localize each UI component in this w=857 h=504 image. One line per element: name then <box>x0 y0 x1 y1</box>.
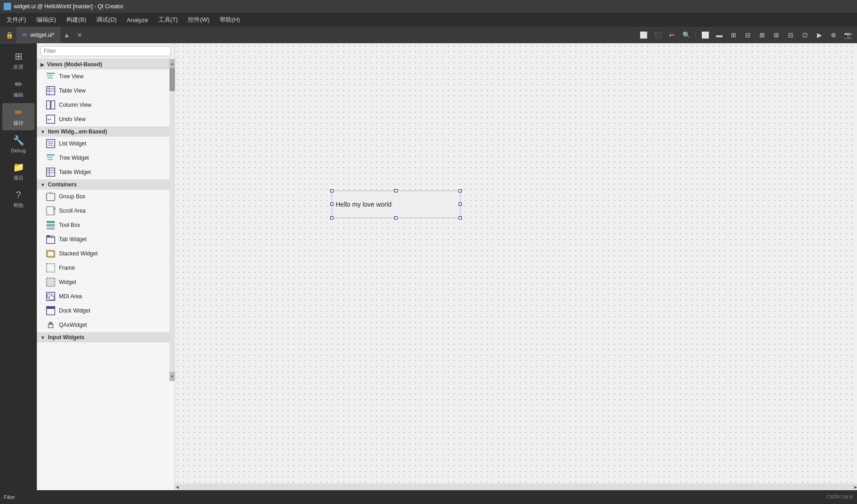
table-view-label: Table View <box>59 87 86 94</box>
titlebar: widget.ui @ HelloWorld [master] - Qt Cre… <box>0 0 857 13</box>
widget-group-box[interactable]: GB Group Box <box>37 190 175 204</box>
projects-icon: 📁 <box>13 162 24 173</box>
menubar: 文件(F) 编辑(E) 构建(B) 调试(D) Analyze 工具(T) 控件… <box>0 13 857 27</box>
svg-rect-40 <box>49 296 54 300</box>
panel-scrollbar[interactable]: ▲ ▼ <box>169 59 175 381</box>
group-box-icon: GB <box>46 192 55 201</box>
undo-view-icon: ↩ <box>46 115 55 124</box>
widget-tool-box[interactable]: Tool Box <box>37 218 175 232</box>
widget-list-widget[interactable]: List Widget <box>37 137 175 151</box>
category-input-widgets[interactable]: ▼ Input Widgets <box>37 332 175 342</box>
handle-bot-left[interactable] <box>330 216 333 220</box>
toolbar-break-layout[interactable]: ⊠ <box>756 29 769 41</box>
tab-widget-ui[interactable]: ✏ widget.ui* <box>17 27 60 43</box>
canvas-area[interactable]: Hello my love world ◀ ▶ <box>175 43 857 490</box>
svg-rect-25 <box>47 207 54 215</box>
widget-column-view[interactable]: Column View <box>37 98 175 112</box>
toolbar-tab-order[interactable]: ⊡ <box>799 29 811 41</box>
category-views-model[interactable]: ▶ Views (Model-Based) <box>37 59 175 70</box>
tab-area: ✏ widget.ui* ▲ ✕ <box>17 27 636 43</box>
widget-widget[interactable]: Widget <box>37 275 175 290</box>
tab-label: widget.ui* <box>30 32 54 38</box>
handle-top-center[interactable] <box>394 189 397 192</box>
svg-rect-8 <box>51 101 55 109</box>
toolbar-layout-grid[interactable]: ⊞ <box>727 29 740 41</box>
toolbar-layout-h[interactable]: ▬ <box>713 29 726 41</box>
toolbar-layout-v[interactable]: ⬜ <box>699 29 711 41</box>
toolbar-action-1[interactable]: ⬜ <box>637 29 650 41</box>
menu-build[interactable]: 构建(B) <box>62 14 91 26</box>
canvas-hscrollbar[interactable]: ◀ ▶ <box>175 484 857 490</box>
sidebar-welcome[interactable]: ⊞ 欢迎 <box>2 47 35 74</box>
toolbar-preview[interactable]: ▶ <box>813 29 826 41</box>
toolbar-action-3[interactable]: ↩ <box>665 29 678 41</box>
toolbar-adjust-size[interactable]: ⊕ <box>827 29 840 41</box>
category-item-widgets[interactable]: ▼ Item Widg...em-Based) <box>37 127 175 137</box>
tab-nav-up[interactable]: ▲ <box>60 29 73 41</box>
menu-debug[interactable]: 调试(D) <box>92 14 121 26</box>
widget-frame[interactable]: Frame <box>37 261 175 275</box>
toolbar-action-4[interactable]: 🔍 <box>680 29 693 41</box>
widget-stacked-widget[interactable]: Stacked Widget <box>37 247 175 261</box>
widget-tab-widget[interactable]: Tab Widget <box>37 232 175 247</box>
handle-top-right[interactable] <box>459 189 462 192</box>
widget-mdi-area[interactable]: MDI Area <box>37 290 175 304</box>
menu-file[interactable]: 文件(F) <box>2 14 31 26</box>
toolbar-align-v[interactable]: ⊟ <box>784 29 797 41</box>
svg-rect-28 <box>47 221 55 223</box>
sidebar-welcome-label: 欢迎 <box>13 64 23 70</box>
tree-widget-icon <box>46 153 55 162</box>
widget-dock-widget[interactable]: Dock Widget <box>37 304 175 318</box>
handle-mid-right[interactable] <box>459 203 462 206</box>
svg-rect-29 <box>47 224 55 226</box>
widget-undo-view[interactable]: ↩ Undo View <box>37 112 175 127</box>
widget-scroll-area[interactable]: Scroll Area <box>37 204 175 218</box>
handle-mid-left[interactable] <box>330 203 333 206</box>
canvas-widget-label[interactable]: Hello my love world <box>332 191 461 218</box>
toolbar-action-2[interactable]: ⬛ <box>651 29 664 41</box>
svg-rect-27 <box>54 208 55 210</box>
design-icon: ✏ <box>15 107 23 118</box>
toolbar-screenshot[interactable]: 📷 <box>841 29 854 41</box>
svg-text:GB: GB <box>47 192 51 194</box>
widget-table-widget[interactable]: Table Widget <box>37 165 175 180</box>
widget-tree-view[interactable]: Tree View <box>37 70 175 84</box>
views-model-items: Tree View Table View Column View ↩ Undo … <box>37 70 175 127</box>
svg-rect-32 <box>47 235 50 238</box>
menu-help[interactable]: 帮助(H) <box>215 14 245 26</box>
filter-input[interactable] <box>41 46 171 56</box>
svg-rect-17 <box>47 159 53 160</box>
tab-close-button[interactable]: ✕ <box>73 29 86 41</box>
widget-tree-widget[interactable]: Tree Widget <box>37 151 175 165</box>
category-containers[interactable]: ▼ Containers <box>37 180 175 190</box>
svg-rect-37 <box>47 278 55 286</box>
svg-text:↩: ↩ <box>47 117 51 122</box>
sidebar-debug[interactable]: 🔧 Debug <box>2 131 35 157</box>
menu-tools[interactable]: 工具(T) <box>154 14 183 26</box>
handle-bot-center[interactable] <box>394 216 397 220</box>
handle-top-left[interactable] <box>330 189 333 192</box>
widget-table-view[interactable]: Table View <box>37 84 175 98</box>
canvas-widget-text: Hello my love world <box>336 201 391 208</box>
panel-scroll[interactable]: ▶ Views (Model-Based) Tree View Table Vi… <box>37 59 175 490</box>
sidebar-design[interactable]: ✏ 设计 <box>2 103 35 130</box>
toolbar-actions: ⬜ ⬛ ↩ 🔍 ⬜ ▬ ⊞ ⊟ ⊠ ⊞ ⊟ ⊡ ▶ ⊕ 📷 <box>637 29 854 41</box>
menu-edit[interactable]: 编辑(E) <box>32 14 61 26</box>
sidebar-projects[interactable]: 📁 项目 <box>2 158 35 185</box>
sidebar-edit[interactable]: ✏ 编辑 <box>2 75 35 102</box>
svg-rect-15 <box>47 154 55 156</box>
widget-qax-widget[interactable]: QAxWidget <box>37 318 175 332</box>
edit-icon: ✏ <box>15 79 23 90</box>
mdi-area-icon <box>46 292 55 301</box>
sidebar-help[interactable]: ? 帮助 <box>2 186 35 213</box>
lock-button[interactable]: 🔒 <box>3 29 16 41</box>
toolbar-align-h[interactable]: ⊞ <box>770 29 783 41</box>
menu-widgets[interactable]: 控件(W) <box>183 14 214 26</box>
handle-bot-right[interactable] <box>459 216 462 220</box>
toolbar-layout-form[interactable]: ⊟ <box>741 29 754 41</box>
app-icon <box>4 3 11 10</box>
item-widget-items: List Widget Tree Widget Table Widget <box>37 137 175 180</box>
menu-analyze[interactable]: Analyze <box>122 15 152 25</box>
category-arrow-input: ▼ <box>41 335 45 340</box>
table-view-icon <box>46 86 55 95</box>
